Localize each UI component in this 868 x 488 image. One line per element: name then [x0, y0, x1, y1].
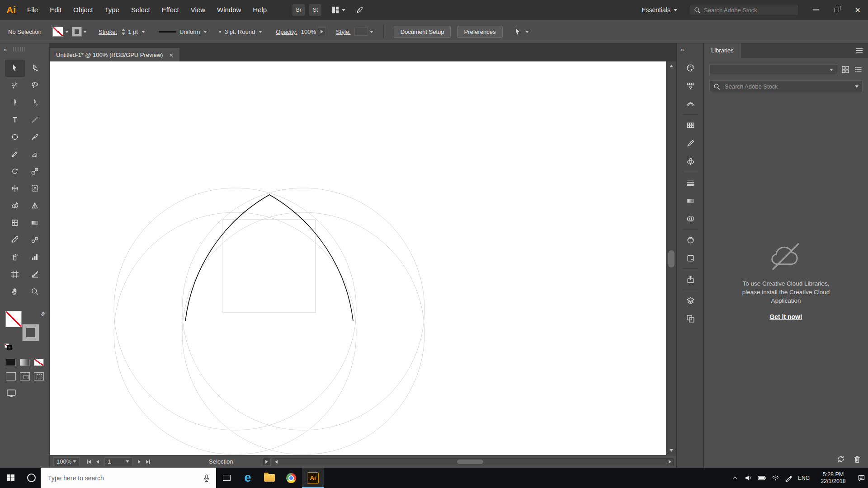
gradient-panel-icon[interactable] — [681, 192, 699, 210]
gradient-tool[interactable] — [25, 214, 45, 231]
horizontal-scrollbar[interactable] — [273, 458, 674, 465]
menu-object[interactable]: Object — [67, 0, 99, 20]
draw-inside-button[interactable] — [34, 372, 44, 380]
eraser-tool[interactable] — [25, 145, 45, 163]
default-fill-stroke-icon[interactable] — [5, 343, 13, 350]
restore-button[interactable] — [826, 0, 847, 20]
fill-swatch-dropdown[interactable] — [52, 27, 69, 37]
scroll-right-icon[interactable] — [669, 460, 671, 464]
column-graph-tool[interactable] — [25, 249, 45, 266]
perspective-grid-tool[interactable] — [25, 197, 45, 214]
taskbar-search[interactable] — [41, 468, 216, 488]
style-panel-link[interactable]: Style: — [336, 28, 351, 35]
taskbar-chrome-button[interactable] — [280, 468, 302, 488]
graphic-styles-panel-icon[interactable] — [681, 249, 699, 267]
opacity-panel-link[interactable]: Opacity: — [276, 28, 297, 35]
none-button[interactable] — [34, 359, 44, 366]
opacity-value[interactable]: 100% — [301, 28, 316, 35]
menu-help[interactable]: Help — [247, 0, 273, 20]
opacity-flyout-button[interactable] — [318, 27, 326, 36]
vertical-scroll-thumb[interactable] — [668, 250, 675, 267]
fill-indicator-none[interactable] — [5, 311, 22, 327]
stroke-weight-stepper[interactable] — [122, 28, 125, 35]
stroke-panel-icon[interactable] — [681, 174, 699, 192]
draw-normal-button[interactable] — [6, 372, 16, 380]
network-button[interactable] — [769, 468, 782, 488]
artboard-number-dropdown[interactable]: 1 — [104, 457, 132, 466]
preferences-button[interactable]: Preferences — [457, 26, 502, 38]
workspace-switcher[interactable]: Essentials — [642, 6, 677, 14]
blend-tool[interactable] — [25, 231, 45, 249]
screen-mode-button[interactable] — [6, 389, 49, 398]
artboard-tool[interactable] — [5, 266, 25, 283]
style-dropdown[interactable] — [354, 28, 373, 36]
minimize-button[interactable] — [806, 0, 826, 20]
library-search[interactable] — [709, 80, 863, 92]
free-transform-tool[interactable] — [25, 180, 45, 197]
zoom-level-dropdown[interactable]: 100% — [53, 457, 80, 466]
ellipse-tool[interactable] — [5, 128, 25, 145]
taskbar-search-input[interactable] — [47, 474, 199, 482]
select-similar-dropdown[interactable] — [513, 27, 529, 36]
width-profile-dropdown[interactable]: Uniform — [159, 28, 208, 35]
color-button[interactable] — [6, 359, 16, 366]
scroll-up-button[interactable] — [666, 62, 676, 70]
start-button[interactable] — [0, 468, 22, 488]
mesh-tool[interactable] — [5, 214, 25, 231]
taskbar-illustrator-button[interactable]: Ai — [302, 468, 324, 488]
feather-button[interactable] — [355, 6, 363, 14]
artboards-panel-icon[interactable] — [681, 310, 699, 328]
menu-edit[interactable]: Edit — [44, 0, 67, 20]
arrange-documents-button[interactable] — [331, 6, 345, 14]
draw-behind-button[interactable] — [20, 372, 30, 380]
direct-selection-tool[interactable] — [25, 60, 45, 77]
swap-fill-stroke-icon[interactable]: ⇄ — [39, 310, 47, 318]
zoom-tool[interactable] — [25, 283, 45, 300]
grid-view-button[interactable] — [841, 65, 850, 74]
tab-libraries[interactable]: Libraries — [704, 43, 741, 58]
taskbar-clock[interactable]: 5:28 PM 22/1/2018 — [814, 471, 853, 485]
delete-library-item-icon[interactable] — [853, 455, 862, 464]
sync-status-icon[interactable] — [836, 455, 845, 464]
stroke-panel-link[interactable]: Stroke: — [99, 28, 117, 35]
menu-window[interactable]: Window — [211, 0, 247, 20]
microphone-icon[interactable] — [203, 474, 211, 482]
scroll-down-button[interactable] — [666, 447, 676, 454]
layers-panel-icon[interactable] — [681, 291, 699, 310]
taskbar-edge-button[interactable]: e — [237, 468, 259, 488]
brushes-panel-icon[interactable] — [681, 134, 699, 152]
stroke-swatch-dropdown[interactable] — [72, 27, 87, 36]
next-artboard-button[interactable] — [138, 460, 141, 464]
paintbrush-tool[interactable] — [25, 128, 45, 145]
library-search-input[interactable] — [724, 83, 851, 90]
library-select-dropdown[interactable] — [709, 64, 837, 75]
artboard-canvas[interactable] — [50, 61, 666, 455]
stepper-up-icon[interactable] — [122, 28, 125, 31]
panel-menu-icon[interactable] — [856, 48, 863, 53]
color-guide-panel-icon[interactable] — [681, 77, 699, 95]
shaper-tool[interactable] — [5, 145, 25, 163]
first-artboard-button[interactable] — [87, 460, 91, 464]
line-segment-tool[interactable] — [25, 111, 45, 128]
expand-panels-chevron[interactable]: « — [677, 43, 703, 55]
color-panel-icon[interactable] — [681, 59, 699, 77]
stock-button[interactable]: St — [309, 4, 321, 16]
stepper-down-icon[interactable] — [122, 33, 125, 35]
vertical-scrollbar[interactable] — [666, 61, 676, 455]
volume-button[interactable] — [741, 468, 755, 488]
symbols-panel-icon[interactable] — [681, 152, 699, 170]
status-flyout-button[interactable] — [263, 458, 271, 466]
task-view-button[interactable] — [216, 468, 237, 488]
menu-type[interactable]: Type — [99, 0, 125, 20]
selection-tool[interactable] — [5, 60, 25, 77]
gradient-button[interactable] — [20, 359, 30, 366]
menu-view[interactable]: View — [185, 0, 211, 20]
lasso-tool[interactable] — [25, 77, 45, 94]
menu-select[interactable]: Select — [125, 0, 156, 20]
brush-definition-dropdown[interactable]: • 3 pt. Round — [219, 28, 262, 35]
horizontal-scroll-thumb[interactable] — [457, 460, 483, 464]
pen-tool[interactable] — [5, 94, 25, 111]
taskbar-explorer-button[interactable] — [259, 468, 280, 488]
panel-grip[interactable] — [13, 47, 25, 52]
shape-builder-tool[interactable] — [5, 197, 25, 214]
